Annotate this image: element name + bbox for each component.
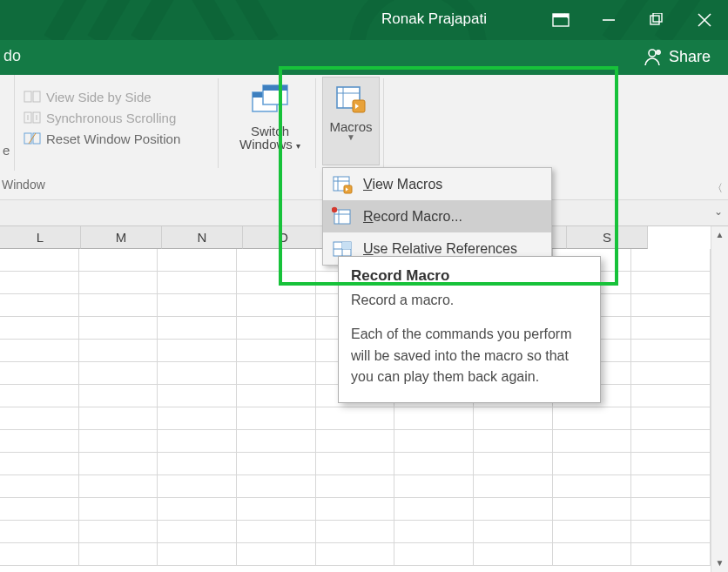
- cell[interactable]: [631, 294, 711, 317]
- cell[interactable]: [474, 407, 553, 430]
- cell[interactable]: [316, 407, 395, 430]
- cell[interactable]: [158, 249, 237, 272]
- cell[interactable]: [158, 294, 237, 317]
- cell[interactable]: [394, 430, 474, 453]
- cell[interactable]: [631, 430, 711, 453]
- cell[interactable]: [553, 453, 632, 475]
- column-header[interactable]: S: [567, 226, 648, 249]
- cell[interactable]: [79, 272, 158, 294]
- cell[interactable]: [237, 317, 316, 340]
- cell[interactable]: [79, 521, 158, 543]
- cell[interactable]: [0, 340, 79, 362]
- cell[interactable]: [237, 362, 316, 385]
- cell[interactable]: [0, 407, 79, 430]
- cell[interactable]: [316, 543, 395, 566]
- cell[interactable]: [631, 385, 711, 407]
- cell[interactable]: [237, 521, 316, 543]
- cell[interactable]: [79, 362, 158, 385]
- cell[interactable]: [0, 294, 79, 317]
- cell[interactable]: [631, 521, 711, 543]
- cell[interactable]: [631, 272, 711, 294]
- cell[interactable]: [158, 498, 237, 521]
- cell[interactable]: [237, 498, 316, 521]
- cell[interactable]: [237, 340, 316, 362]
- cell[interactable]: [631, 453, 711, 475]
- cell[interactable]: [237, 272, 316, 294]
- maximize-button[interactable]: [632, 0, 680, 40]
- cell[interactable]: [394, 475, 474, 498]
- cell[interactable]: [158, 362, 237, 385]
- cell[interactable]: [237, 453, 316, 475]
- cell[interactable]: [553, 543, 632, 566]
- cell[interactable]: [316, 430, 395, 453]
- column-header[interactable]: L: [0, 226, 81, 249]
- cell[interactable]: [158, 272, 237, 294]
- cell[interactable]: [0, 385, 79, 407]
- cell[interactable]: [394, 498, 474, 521]
- cell[interactable]: [553, 407, 632, 430]
- cell[interactable]: [237, 385, 316, 407]
- cell[interactable]: [79, 498, 158, 521]
- cell[interactable]: [79, 249, 158, 272]
- cell[interactable]: [158, 407, 237, 430]
- switch-windows-button[interactable]: Switch Windows ▾: [226, 84, 313, 151]
- scroll-down-button[interactable]: ▼: [711, 555, 728, 572]
- cell[interactable]: [0, 249, 79, 272]
- cell[interactable]: [631, 498, 711, 521]
- cell[interactable]: [394, 521, 474, 543]
- collapse-ribbon-button[interactable]: 〈: [712, 181, 723, 196]
- synchronous-scrolling-button[interactable]: Synchronous Scrolling: [24, 108, 180, 127]
- reset-window-position-button[interactable]: Reset Window Position: [24, 129, 180, 148]
- cell[interactable]: [0, 362, 79, 385]
- cell[interactable]: [316, 453, 395, 475]
- cell[interactable]: [158, 543, 237, 566]
- cell[interactable]: [79, 317, 158, 340]
- cell[interactable]: [237, 407, 316, 430]
- cell[interactable]: [631, 317, 711, 340]
- cell[interactable]: [79, 543, 158, 566]
- cell[interactable]: [158, 317, 237, 340]
- cell[interactable]: [79, 430, 158, 453]
- close-button[interactable]: [680, 0, 728, 40]
- cell[interactable]: [0, 475, 79, 498]
- ribbon-display-options-button[interactable]: [536, 0, 584, 40]
- column-header[interactable]: O: [243, 226, 324, 249]
- cell[interactable]: [631, 362, 711, 385]
- cell[interactable]: [553, 521, 632, 543]
- view-side-by-side-button[interactable]: View Side by Side: [24, 87, 180, 106]
- cell[interactable]: [553, 475, 632, 498]
- cell[interactable]: [553, 498, 632, 521]
- cell[interactable]: [237, 294, 316, 317]
- cell[interactable]: [79, 294, 158, 317]
- cell[interactable]: [316, 498, 395, 521]
- cell[interactable]: [158, 430, 237, 453]
- cell[interactable]: [237, 475, 316, 498]
- cell[interactable]: [0, 521, 79, 543]
- cell[interactable]: [553, 430, 632, 453]
- cell[interactable]: [631, 249, 711, 272]
- cell[interactable]: [631, 475, 711, 498]
- vertical-scrollbar[interactable]: ▲ ▼: [711, 226, 728, 572]
- column-header[interactable]: N: [162, 226, 243, 249]
- cell[interactable]: [631, 407, 711, 430]
- cell[interactable]: [631, 340, 711, 362]
- cell[interactable]: [158, 521, 237, 543]
- minimize-button[interactable]: [584, 0, 632, 40]
- cell[interactable]: [474, 453, 553, 475]
- cell[interactable]: [316, 475, 395, 498]
- cell[interactable]: [158, 340, 237, 362]
- cell[interactable]: [0, 272, 79, 294]
- cell[interactable]: [474, 475, 553, 498]
- expand-formula-bar-button[interactable]: ⌄: [714, 205, 723, 218]
- cell[interactable]: [316, 521, 395, 543]
- cell[interactable]: [79, 407, 158, 430]
- cell[interactable]: [474, 543, 553, 566]
- cell[interactable]: [0, 453, 79, 475]
- scroll-up-button[interactable]: ▲: [711, 226, 728, 244]
- cell[interactable]: [474, 498, 553, 521]
- menu-item-view-macros[interactable]: View Macros: [323, 168, 551, 200]
- cell[interactable]: [0, 498, 79, 521]
- cell[interactable]: [0, 317, 79, 340]
- menu-item-record-macro[interactable]: Record Macro...: [323, 200, 551, 232]
- cell[interactable]: [394, 543, 474, 566]
